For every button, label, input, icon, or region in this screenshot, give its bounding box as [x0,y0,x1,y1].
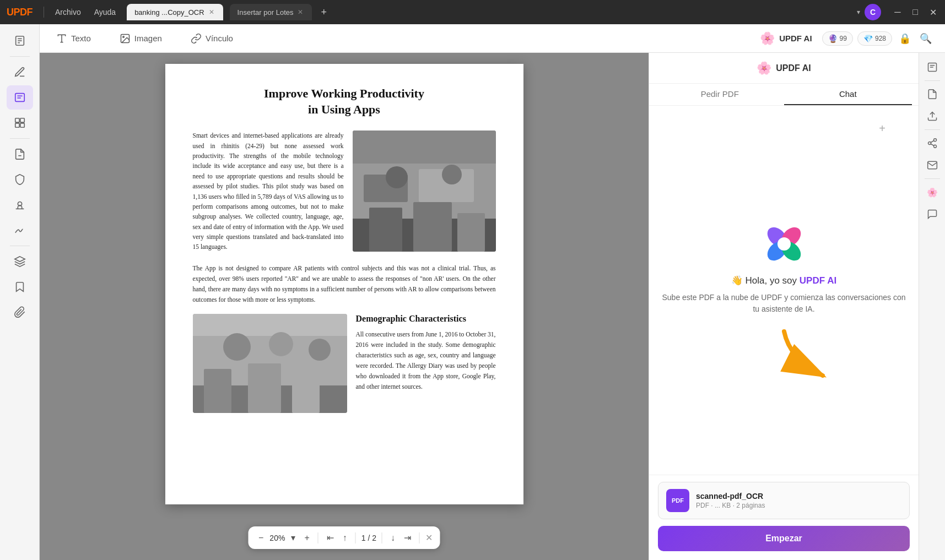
right-share-button[interactable] [922,133,942,153]
right-updf-ai-button[interactable]: 🌸 [922,182,942,202]
svg-point-47 [933,139,936,142]
close-bar-button[interactable]: ✕ [425,532,433,543]
right-divider-2 [925,129,940,130]
zoom-dropdown[interactable]: ▾ [288,531,298,545]
ai-large-icon [762,222,806,266]
first-page-button[interactable]: ⇤ [324,531,337,545]
app-logo: UPDF [7,7,33,18]
pdf-paragraph-1: Smart devices and internet-based applica… [193,131,344,252]
close-button[interactable]: ✕ [927,7,938,18]
svg-line-51 [931,140,934,142]
content-wrapper: Texto Imagen Vínculo 🌸 UPDF AI 🔮 [40,24,945,560]
sidebar-icon-read[interactable] [7,29,33,53]
texto-icon [56,33,67,44]
svg-rect-26 [413,202,452,252]
tab-banking-label: banking ...Copy_OCR [134,8,204,17]
empezar-button[interactable]: Empezar [658,526,910,551]
svg-point-30 [223,333,251,361]
updf-ai-header-icon: 🌸 [757,61,771,75]
ai-flower-svg [762,222,806,266]
right-compress-button[interactable] [922,106,942,126]
window-controls: ─ □ ✕ [892,7,938,18]
ai-greeting: 👋 Hola, yo soy UPDF AI [731,275,836,286]
pdf-bottom-bar: − 20% ▾ + ⇤ ↑ 1 / 2 ↓ ⇥ ✕ [248,526,440,549]
tab-insertar-close[interactable]: ✕ [296,7,304,17]
left-sidebar [0,24,40,560]
tab-chat-label: Chat [839,89,857,99]
lock-button[interactable]: 🔒 [897,30,913,47]
ai-plus-button[interactable]: + [879,122,885,135]
ai-greeting-brand: UPDF AI [800,275,836,286]
tab-banking-close[interactable]: ✕ [208,7,215,17]
pdf-viewer[interactable]: Improve Working Productivityin Using App… [40,53,649,560]
minimize-button[interactable]: ─ [892,7,903,18]
sidebar-icon-annotate[interactable] [7,60,33,84]
vinculo-icon [191,33,202,44]
sidebar-icon-sign[interactable] [7,218,33,242]
paid-icon: 💎 [863,34,873,43]
toolbar-vinculo-label: Vínculo [206,34,233,43]
toolbar-imagen[interactable]: Imagen [114,30,168,47]
sidebar-icon-layers[interactable] [7,249,33,274]
tab-insertar[interactable]: Insertar por Lotes ✕ [230,4,312,20]
pdf-image-2-inner [193,314,347,413]
tab-banking[interactable]: banking ...Copy_OCR ✕ [127,4,223,20]
right-updf-ai-icon: 🌸 [927,187,938,198]
sidebar-icon-organize[interactable] [7,111,33,135]
toolbar-vinculo[interactable]: Vínculo [185,30,239,47]
svg-rect-25 [369,208,402,252]
file-meta: PDF · ... KB · 2 páginas [696,502,901,509]
right-divider-1 [925,80,940,81]
points-paid-value: 928 [875,35,886,42]
ai-panel-tabs: Pedir PDF Chat [649,84,919,106]
prev-page-button[interactable]: ↑ [340,531,350,545]
sidebar-icon-edit[interactable] [7,85,33,110]
points-free-badge[interactable]: 🔮 99 [822,31,853,46]
next-page-button[interactable]: ↓ [388,531,398,545]
sidebar-divider-3 [10,246,30,246]
sidebar-icon-protect[interactable] [7,167,33,192]
points-free-value: 99 [840,35,847,42]
pdf-section-2: Demographic Characteristics All consecut… [193,314,496,413]
pdf-section-2-right: Demographic Characteristics All consecut… [356,314,496,413]
right-convert-button[interactable] [922,84,942,104]
zoom-in-button[interactable]: + [301,531,312,545]
svg-point-31 [269,332,293,356]
maximize-button[interactable]: □ [910,7,921,18]
tab-chat[interactable]: Chat [784,84,912,105]
svg-rect-8 [20,118,24,122]
toolbar-updf-ai[interactable]: 🌸 UPDF AI [754,28,817,49]
zoom-out-button[interactable]: − [256,531,266,545]
toolbar-texto[interactable]: Texto [51,30,96,47]
add-tab-button[interactable]: + [316,4,331,20]
search-button[interactable]: 🔍 [917,30,934,47]
tabs-dropdown[interactable]: ▾ [857,8,860,16]
svg-point-17 [123,36,125,37]
last-page-button[interactable]: ⇥ [401,531,414,545]
sidebar-icon-convert[interactable] [7,142,33,166]
user-avatar[interactable]: C [865,4,881,20]
free-icon: 🔮 [828,34,838,43]
imagen-icon [120,33,131,44]
right-email-button[interactable] [922,155,942,175]
menu-archivo[interactable]: Archivo [51,6,85,19]
right-ocr-button[interactable] [922,57,942,77]
svg-rect-7 [15,118,19,122]
svg-rect-10 [20,123,24,127]
pdf-paragraph-2: The App is not designed to compare AR pa… [193,263,496,305]
svg-marker-13 [14,257,24,262]
sidebar-icon-bookmark[interactable] [7,275,33,299]
tab-pedir-pdf[interactable]: Pedir PDF [656,84,784,105]
points-paid-badge[interactable]: 💎 928 [857,31,892,46]
title-bar: UPDF Archivo Ayuda banking ...Copy_OCR ✕… [0,0,945,24]
svg-point-22 [386,166,408,188]
menu-ayuda[interactable]: Ayuda [90,6,120,19]
pdf-subheading: Demographic Characteristics [356,314,496,324]
sidebar-icon-stamp[interactable] [7,193,33,217]
tab-pedir-label: Pedir PDF [701,89,739,99]
sidebar-icon-attach[interactable] [7,300,33,324]
nav-divider-2 [355,532,356,543]
right-comment-button[interactable] [922,204,942,224]
sidebar-divider-2 [10,138,30,139]
page-indicator: 1 / 2 [361,534,376,542]
